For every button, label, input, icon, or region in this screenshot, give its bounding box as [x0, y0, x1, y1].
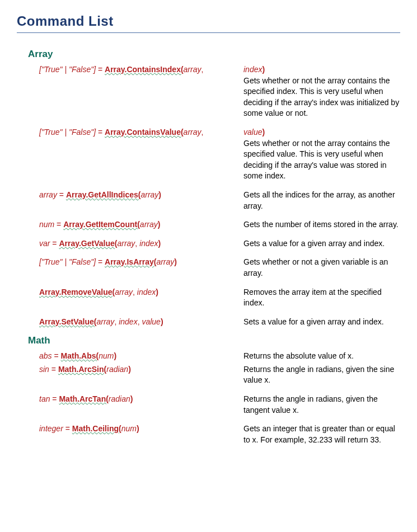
command-entry: integer = Math.Ceiling(num)Gets an integ… — [39, 423, 400, 445]
equals: = — [96, 65, 105, 74]
close-paren: ) — [137, 424, 139, 433]
function-name: Math.Ceiling( — [72, 424, 121, 433]
command-entry: ["True" | "False"] = Array.ContainsValue… — [39, 127, 400, 182]
command-entry: var = Array.GetValue(array, index)Gets a… — [39, 238, 400, 249]
signature: Array.SetValue(array, index, value) — [39, 317, 243, 328]
description-text: Returns the absolute value of x. — [243, 351, 354, 360]
return-type: ["True" | "False"] — [39, 65, 96, 74]
signature: abs = Math.Abs(num) — [39, 351, 243, 362]
param: value — [243, 128, 262, 136]
equals: = — [49, 365, 58, 374]
description-text: Gets the number of items stored in the a… — [243, 220, 399, 229]
signature: integer = Math.Ceiling(num) — [39, 423, 243, 435]
function-name: Array.GetItemCount( — [63, 220, 140, 229]
title-rule — [17, 32, 400, 33]
param: array — [184, 65, 202, 74]
description-text: Returns the angle in radians, given the … — [243, 365, 394, 385]
return-type: array — [39, 190, 57, 199]
section-title: Math — [28, 335, 400, 346]
signature: array = Array.GetAllIndices(array) — [39, 190, 243, 201]
close-paren: ) — [262, 65, 265, 74]
close-paren: ) — [158, 239, 161, 248]
signature: ["True" | "False"] = Array.ContainsValue… — [39, 127, 243, 138]
command-entry: Array.RemoveValue(array, index)Removes t… — [39, 287, 400, 309]
function-name: Array.GetAllIndices( — [66, 190, 141, 199]
param: array — [115, 288, 133, 296]
content: Array["True" | "False"] = Array.Contains… — [17, 49, 400, 445]
signature: Array.RemoveValue(array, index) — [39, 287, 243, 298]
description: Returns the absolute value of x. — [243, 351, 400, 362]
description-text: Removes the array item at the specified … — [243, 288, 382, 308]
param: array — [156, 257, 174, 266]
param: index — [243, 65, 262, 74]
page-title: Command List — [17, 13, 400, 29]
description: Gets the number of items stored in the a… — [243, 219, 400, 230]
equals: = — [96, 128, 105, 136]
description-text: Gets all the indices for the array, as a… — [243, 190, 395, 210]
return-type: integer — [39, 424, 63, 433]
function-name: Array.ContainsValue( — [105, 128, 184, 136]
signature: num = Array.GetItemCount(array) — [39, 219, 243, 230]
function-name: Array.IsArray( — [105, 257, 156, 266]
description-text: Gets whether or not a given variable is … — [243, 257, 388, 277]
param: radian — [106, 365, 128, 374]
param: value — [142, 317, 160, 326]
command-entry: array = Array.GetAllIndices(array)Gets a… — [39, 190, 400, 211]
description-text: Returns the angle in radians, given the … — [243, 394, 378, 415]
description: Returns the angle in radians, given the … — [243, 394, 400, 416]
return-type: tan — [39, 394, 50, 403]
function-name: Array.ContainsIndex( — [105, 65, 184, 74]
close-paren: ) — [114, 351, 116, 360]
signature: ["True" | "False"] = Array.IsArray(array… — [39, 257, 243, 268]
description-text: Gets a value for a given array and index… — [243, 239, 385, 248]
equals: = — [63, 424, 72, 433]
section-title: Array — [28, 49, 400, 60]
return-type: sin — [39, 365, 49, 374]
description: Gets whether or not a given variable is … — [243, 257, 400, 279]
function-name: Array.SetValue( — [39, 317, 96, 326]
return-type: ["True" | "False"] — [39, 257, 96, 266]
param: index — [137, 288, 156, 296]
close-paren: ) — [158, 220, 161, 229]
description: index)Gets whether or not the array cont… — [243, 64, 400, 119]
command-entry: Array.SetValue(array, index, value)Sets … — [39, 317, 400, 328]
signature: var = Array.GetValue(array, index) — [39, 238, 243, 249]
close-paren: ) — [174, 257, 177, 266]
equals: = — [96, 257, 105, 266]
description: Sets a value for a given array and index… — [243, 317, 400, 328]
param: index — [139, 239, 158, 248]
param: array — [140, 190, 158, 199]
command-entry: abs = Math.Abs(num)Returns the absolute … — [39, 351, 400, 362]
param: index — [119, 317, 137, 326]
command-entry: tan = Math.ArcTan(radian)Returns the ang… — [39, 394, 400, 416]
close-paren: ) — [130, 394, 133, 403]
param: array — [184, 128, 202, 136]
param: array — [140, 220, 158, 229]
close-paren: ) — [158, 190, 161, 199]
close-paren: ) — [262, 128, 265, 136]
equals: = — [57, 190, 66, 199]
equals: = — [50, 239, 59, 248]
equals: = — [50, 394, 59, 403]
signature: tan = Math.ArcTan(radian) — [39, 394, 243, 405]
description-text: Sets a value for a given array and index… — [243, 317, 384, 326]
return-type: ["True" | "False"] — [39, 128, 96, 136]
command-entry: ["True" | "False"] = Array.IsArray(array… — [39, 257, 400, 279]
function-name: Math.ArcSin( — [58, 365, 106, 374]
param: num — [121, 424, 137, 433]
return-type: abs — [39, 351, 52, 360]
function-name: Array.RemoveValue( — [39, 288, 115, 296]
function-name: Math.Abs( — [61, 351, 99, 360]
signature: sin = Math.ArcSin(radian) — [39, 364, 243, 375]
close-paren: ) — [156, 288, 158, 296]
param: array — [96, 317, 114, 326]
equals: = — [54, 220, 63, 229]
close-paren: ) — [161, 317, 163, 326]
description-text: Gets whether or not the array contains t… — [243, 76, 399, 118]
command-entry: ["True" | "False"] = Array.ContainsIndex… — [39, 64, 400, 119]
function-name: Array.GetValue( — [59, 239, 117, 248]
description: Returns the angle in radians, given the … — [243, 364, 400, 386]
description-text: Gets whether or not the array contains t… — [243, 139, 390, 181]
signature: ["True" | "False"] = Array.ContainsIndex… — [39, 64, 243, 76]
function-name: Math.ArcTan( — [59, 394, 108, 403]
